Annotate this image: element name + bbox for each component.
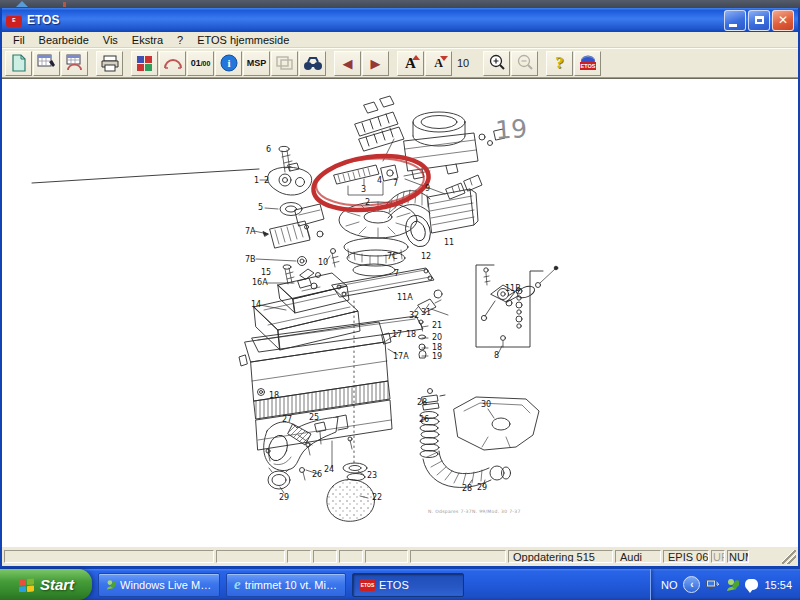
part-label: 18 xyxy=(406,330,416,339)
zoom-in-button[interactable] xyxy=(483,51,510,76)
part-label: 29 xyxy=(477,483,487,492)
close-button[interactable]: ✕ xyxy=(772,10,794,31)
font-size-value: 10 xyxy=(453,57,483,69)
etos-logo-icon: ETOS xyxy=(578,55,598,72)
print-button[interactable] xyxy=(96,51,123,76)
minimize-button[interactable] xyxy=(724,10,746,31)
title-bar[interactable]: E ETOS ✕ xyxy=(2,8,798,32)
part-label: 28 xyxy=(417,398,427,407)
windows-flag-icon xyxy=(18,577,35,592)
background-triangle-icon xyxy=(16,1,28,7)
task-windows-live-messenger[interactable]: Windows Live Messen... xyxy=(98,573,220,597)
language-indicator[interactable]: NO xyxy=(661,579,678,591)
font-decrease-button[interactable]: A xyxy=(425,51,452,76)
info-button[interactable]: i xyxy=(215,51,242,76)
part-label: 5 xyxy=(258,203,263,212)
part-label: 25 xyxy=(309,413,319,422)
menu-vis[interactable]: Vis xyxy=(96,34,125,46)
part-label: 8 xyxy=(494,351,499,360)
part-label: 1 xyxy=(254,176,259,185)
search-button[interactable] xyxy=(299,51,326,76)
part-label: 7C xyxy=(387,252,398,261)
next-button[interactable]: ▶ xyxy=(362,51,389,76)
part-label: 23 xyxy=(367,471,377,480)
zoom-out-button-disabled xyxy=(511,51,538,76)
parts-arc-icon xyxy=(65,54,85,72)
drawing-linework xyxy=(32,96,558,521)
hide-icons-chevron[interactable]: ‹ xyxy=(683,576,700,593)
part-label: 14 xyxy=(251,300,261,309)
binoculars-icon xyxy=(303,56,323,71)
arrow-left-icon: ◀ xyxy=(343,57,353,70)
svg-text:i: i xyxy=(227,57,230,69)
status-panel-empty-3 xyxy=(287,550,311,563)
counter-button[interactable]: 01/00 xyxy=(187,51,214,76)
arc-view-button[interactable] xyxy=(159,51,186,76)
desktop: E ETOS ✕ Fil Bearbeide Vis Ekstra ? ETOS… xyxy=(0,0,800,600)
status-update: Oppdatering 515 xyxy=(508,550,613,563)
previous-button[interactable]: ◀ xyxy=(334,51,361,76)
menu-ekstra[interactable]: Ekstra xyxy=(125,34,170,46)
part-label: 22 xyxy=(372,493,382,502)
part-label: 10 xyxy=(318,258,328,267)
zoom-in-icon xyxy=(488,54,506,72)
part-label: 6 xyxy=(266,145,271,154)
new-document-button[interactable] xyxy=(5,51,32,76)
drawing-canvas[interactable]: 19 N. Odspares 7-37 N. 99/Mod. 30 7-37 6… xyxy=(2,78,798,547)
window-title: ETOS xyxy=(27,13,59,27)
help-button[interactable]: ? xyxy=(546,51,573,76)
task-label: trimmet 10 vt. Misten... xyxy=(245,579,338,591)
menu-fil[interactable]: Fil xyxy=(6,34,32,46)
etos-home-button[interactable]: ETOS xyxy=(574,51,601,76)
part-label: 20 xyxy=(432,333,442,342)
part-label: 4 xyxy=(377,176,382,185)
status-catalog: EPIS 061 xyxy=(663,550,709,563)
exploded-parts-drawing: 19 N. Odspares 7-37 N. 99/Mod. 30 7-37 6… xyxy=(2,79,796,547)
resize-grip[interactable] xyxy=(782,550,796,564)
task-trimmet[interactable]: e trimmet 10 vt. Misten... xyxy=(226,573,346,597)
drawing-footnote-left: N. Odspares 7-37 xyxy=(428,509,472,514)
zoom-out-icon xyxy=(516,54,534,72)
part-label: 32 xyxy=(409,311,419,320)
info-icon: i xyxy=(220,54,238,72)
network-monitor-icon[interactable] xyxy=(706,579,720,591)
status-panel-empty-2 xyxy=(216,550,285,563)
status-panel-empty-5 xyxy=(339,550,363,563)
menu-bearbeide[interactable]: Bearbeide xyxy=(32,34,96,46)
menu-etos-hjemmeside[interactable]: ETOS hjemmeside xyxy=(190,34,296,46)
parts-arc-button[interactable] xyxy=(61,51,88,76)
status-panel-empty-1 xyxy=(4,550,214,563)
part-label: 2 xyxy=(365,198,370,207)
document-icon xyxy=(11,54,27,72)
start-button[interactable]: Start xyxy=(0,569,92,600)
parts-list-button[interactable] xyxy=(33,51,60,76)
maximize-button[interactable] xyxy=(748,10,770,31)
etos-application-window: E ETOS ✕ Fil Bearbeide Vis Ekstra ? ETOS… xyxy=(0,8,800,569)
part-label: 12 xyxy=(421,252,431,261)
status-bar: Oppdatering 515 Audi EPIS 061 UF NUM xyxy=(2,547,798,566)
part-label: 30 xyxy=(481,400,491,409)
task-label: Windows Live Messen... xyxy=(120,579,212,591)
system-tray: NO ‹ 15:54 xyxy=(650,569,800,600)
start-label: Start xyxy=(40,576,74,593)
decrease-triangle-icon xyxy=(440,56,448,61)
internet-explorer-icon: e xyxy=(234,577,241,592)
clock[interactable]: 15:54 xyxy=(764,579,792,591)
part-label: 3 xyxy=(361,185,366,194)
part-label: 28 xyxy=(462,484,472,493)
background-red-mark xyxy=(63,2,66,7)
menu-help[interactable]: ? xyxy=(170,34,190,46)
font-increase-button[interactable]: A xyxy=(397,51,424,76)
part-label: 21 xyxy=(432,321,442,330)
parts-list-icon xyxy=(37,54,57,72)
etos-app-icon: E xyxy=(6,14,22,27)
task-etos-active[interactable]: ETOS ETOS xyxy=(352,573,464,597)
toolbar: 01/00 i MSP ◀ ▶ A A 10 xyxy=(2,48,798,78)
frames-button-disabled xyxy=(271,51,298,76)
background-window-edge xyxy=(0,0,800,8)
color-groups-button[interactable] xyxy=(131,51,158,76)
msp-button[interactable]: MSP xyxy=(243,51,270,76)
part-label: 7A xyxy=(245,227,256,236)
notification-balloon-icon[interactable] xyxy=(745,579,758,590)
messenger-tray-icon[interactable] xyxy=(726,578,739,591)
